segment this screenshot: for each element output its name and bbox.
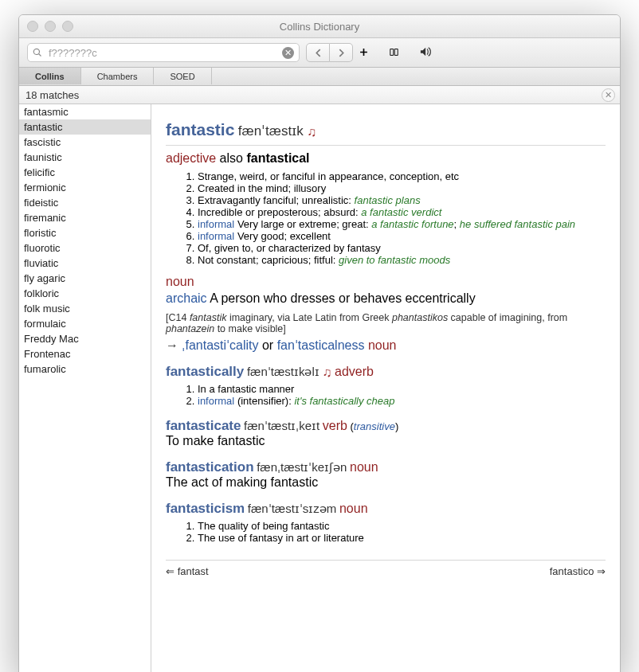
part-of-speech: verb xyxy=(323,419,347,432)
sidebar-item[interactable]: fantasmic xyxy=(19,104,151,119)
sense: Not constant; capricious; fitful: given … xyxy=(198,254,606,266)
sidebar-item[interactable]: Freddy Mac xyxy=(19,331,151,346)
sidebar-item[interactable]: fascistic xyxy=(19,135,151,150)
sense: In a fantastic manner xyxy=(198,383,606,395)
sidebar-item[interactable]: folk music xyxy=(19,301,151,316)
search-icon xyxy=(33,48,42,57)
pronunciation: fænˌtæstɪˈkeɪʃən xyxy=(257,460,347,474)
sub-entry: fantasticism fænˈtæstɪˈsɪzəm nounThe qua… xyxy=(166,501,606,544)
back-button[interactable] xyxy=(306,43,330,62)
definition: A person who dresses or behaves eccentri… xyxy=(210,291,476,305)
sense-list: In a fantastic mannerinformal (intensifi… xyxy=(166,383,606,407)
search-input[interactable] xyxy=(47,46,277,60)
sense: Incredible or preposterous; absurd: a fa… xyxy=(198,206,606,218)
sense: Extravagantly fanciful; unrealistic: fan… xyxy=(198,194,606,206)
clear-search-icon[interactable]: ✕ xyxy=(282,47,294,59)
tab-soed[interactable]: SOED xyxy=(154,68,211,84)
sense: informal Very large or extreme; great: a… xyxy=(198,218,606,230)
sidebar-item[interactable]: Frontenac xyxy=(19,346,151,361)
search-field[interactable]: ✕ xyxy=(27,43,300,62)
sidebar-item[interactable]: fantastic xyxy=(19,119,151,135)
sidebar-item[interactable]: fermionic xyxy=(19,180,151,195)
add-button[interactable] xyxy=(359,47,383,59)
sense-list: The quality of being fantasticThe use of… xyxy=(166,520,606,544)
sidebar-item[interactable]: faunistic xyxy=(19,150,151,165)
pronunciation: fænˈtæstɪk xyxy=(238,123,304,139)
pronunciation: fænˈtæstɪˌkeɪt xyxy=(244,419,320,432)
also-label: also xyxy=(220,151,243,165)
sound-button[interactable] xyxy=(420,46,452,60)
tab-chambers[interactable]: Chambers xyxy=(81,68,155,84)
sub-headword: fantasticate xyxy=(166,418,241,433)
results-bar: 18 matches ✕ xyxy=(19,86,620,104)
sidebar-item[interactable]: folkloric xyxy=(19,286,151,301)
pronunciation: fænˈtæstɪˈsɪzəm xyxy=(248,502,337,515)
part-of-speech: noun xyxy=(166,275,194,288)
sidebar-item[interactable]: floristic xyxy=(19,225,151,240)
sub-headword: fantasticism xyxy=(166,501,245,516)
headword: fantastic xyxy=(166,120,234,139)
bookmarks-button[interactable] xyxy=(390,47,414,59)
sense: informal Very good; excellent xyxy=(198,230,606,242)
source-tabs: CollinsChambersSOED xyxy=(19,68,620,86)
audio-icon[interactable]: ♫ xyxy=(322,365,331,379)
toolbar: ✕ xyxy=(19,38,620,68)
part-of-speech: adjective xyxy=(166,151,216,165)
part-of-speech: adverb xyxy=(335,365,374,378)
sidebar-item[interactable]: fly agaric xyxy=(19,271,151,286)
sense: The use of fantasy in art or literature xyxy=(198,532,606,544)
etymology: [C14 fantastik imaginary, via Late Latin… xyxy=(166,312,606,334)
sense: The quality of being fantastic xyxy=(198,520,606,532)
pronunciation: fænˈtæstɪkəlɪ xyxy=(247,365,320,378)
sidebar-item[interactable]: fluviatic xyxy=(19,256,151,271)
sense: informal (intensifier): it's fantastical… xyxy=(198,395,606,407)
derivative-word[interactable]: fanˈtasticalness xyxy=(277,338,365,352)
forward-button[interactable] xyxy=(330,43,353,62)
titlebar: Collins Dictionary xyxy=(19,15,620,38)
sidebar-item[interactable]: firemanic xyxy=(19,210,151,225)
tab-collins[interactable]: Collins xyxy=(19,68,81,84)
sidebar-item[interactable]: fumarolic xyxy=(19,361,151,377)
sidebar-item[interactable]: formulaic xyxy=(19,316,151,331)
sub-entry: fantasticate fænˈtæstɪˌkeɪt verb (transi… xyxy=(166,418,606,448)
window-title: Collins Dictionary xyxy=(19,21,620,33)
entry-content: fantastic fænˈtæstɪk ♫ adjective also fa… xyxy=(151,104,620,672)
close-results-icon[interactable]: ✕ xyxy=(602,88,615,102)
sense-list: Strange, weird, or fanciful in appearanc… xyxy=(166,170,606,266)
sense: Of, given to, or characterized by fantas… xyxy=(198,242,606,254)
sub-entry: fantastication fænˌtæstɪˈkeɪʃən nounThe … xyxy=(166,459,606,490)
derivatives: → ˌfantastiˈcality or fanˈtasticalness n… xyxy=(166,338,606,353)
results-sidebar: fantasmicfantasticfascisticfaunisticfeli… xyxy=(19,104,151,672)
definition: To make fantastic xyxy=(166,434,606,448)
part-of-speech: noun xyxy=(339,502,368,515)
sub-entry: fantastically fænˈtæstɪkəlɪ ♫ adverbIn a… xyxy=(166,364,606,407)
alt-form: fantastical xyxy=(246,151,309,165)
sidebar-item[interactable]: fluorotic xyxy=(19,240,151,256)
prev-entry[interactable]: ⇐ fantast xyxy=(166,565,209,577)
sidebar-item[interactable]: fideistic xyxy=(19,195,151,210)
derivative-word[interactable]: ˌfantastiˈcality xyxy=(182,338,258,352)
body: fantasmicfantasticfascisticfaunisticfeli… xyxy=(19,104,620,672)
sub-headword: fantastically xyxy=(166,364,244,379)
match-count: 18 matches xyxy=(25,89,79,101)
register-label: archaic xyxy=(166,291,207,305)
part-of-speech: noun xyxy=(350,460,378,474)
entry-nav: ⇐ fantast fantastico ⇒ xyxy=(166,560,606,577)
next-entry[interactable]: fantastico ⇒ xyxy=(550,565,606,577)
sub-headword: fantastication xyxy=(166,459,254,475)
app-window: Collins Dictionary ✕ CollinsChambersSOED… xyxy=(18,14,621,672)
definition: The act of making fantastic xyxy=(166,475,606,490)
history-nav xyxy=(306,43,353,62)
divider xyxy=(166,145,606,146)
audio-icon[interactable]: ♫ xyxy=(307,125,316,139)
sense: Created in the mind; illusory xyxy=(198,182,606,194)
sidebar-item[interactable]: felicific xyxy=(19,165,151,180)
sense: Strange, weird, or fanciful in appearanc… xyxy=(198,170,606,182)
